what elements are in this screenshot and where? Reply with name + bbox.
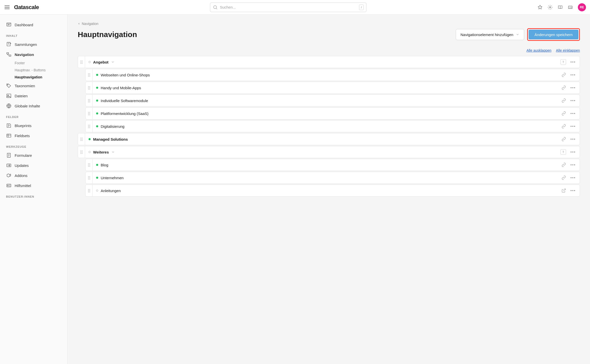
tree-row[interactable]: Unternehmen (85, 172, 580, 184)
pin-icon[interactable] (538, 5, 543, 10)
drag-handle[interactable] (86, 82, 93, 94)
tree-row[interactable]: Digitalisierung (85, 120, 580, 132)
link-icon[interactable] (561, 85, 566, 90)
row-body: Webseiten und Online-Shops (93, 69, 561, 81)
row-body: Digitalisierung (93, 120, 561, 132)
row-actions (561, 159, 580, 171)
sidebar-section-felder: FELDER (0, 111, 67, 120)
page-header: Hauptnavigation Navigationselement hinzu… (78, 28, 580, 41)
svg-point-11 (8, 95, 9, 96)
more-menu-button[interactable] (570, 150, 576, 154)
sidebar-item-hilfsmittel[interactable]: Hilfsmittel (0, 180, 67, 191)
collapse-all-link[interactable]: Alle einklappen (556, 48, 580, 52)
more-menu-button[interactable] (570, 99, 576, 102)
collections-icon (6, 42, 12, 47)
link-icon[interactable] (561, 175, 566, 180)
more-menu-button[interactable] (570, 163, 576, 166)
text-type-icon[interactable]: T (560, 149, 566, 155)
sidebar-item-blueprints[interactable]: Blueprints (0, 120, 67, 131)
text-type-icon[interactable]: T (560, 59, 566, 65)
more-menu-button[interactable] (570, 176, 576, 179)
drag-handle[interactable] (86, 108, 93, 119)
search-box[interactable]: / (210, 3, 366, 12)
book-icon[interactable] (558, 5, 563, 10)
link-icon[interactable] (561, 124, 566, 129)
drag-handle[interactable] (86, 185, 93, 196)
link-icon[interactable] (561, 137, 566, 141)
link-icon[interactable] (561, 163, 566, 167)
sidebar-item-formulare[interactable]: Formulare (0, 150, 67, 160)
more-menu-button[interactable] (570, 86, 576, 89)
sidebar-section-werkzeuge: WERKZEUGE (0, 141, 67, 150)
breadcrumb-label: Navigation (82, 22, 98, 26)
logo: Datascale (14, 4, 39, 11)
blueprints-icon (6, 123, 12, 128)
add-element-dropdown[interactable]: Navigationselement hinzufügen (456, 29, 524, 40)
more-menu-button[interactable] (570, 189, 576, 192)
sidebar-item-updates[interactable]: Updates (0, 160, 67, 170)
sidebar-item-dateien[interactable]: Dateien (0, 91, 67, 101)
gear-icon[interactable] (548, 5, 553, 10)
tree-row[interactable]: Blog (85, 159, 580, 171)
tree-row[interactable]: Individuelle Softwaremodule (85, 95, 580, 107)
more-menu-button[interactable] (570, 112, 576, 115)
status-dot (96, 74, 98, 76)
link-icon[interactable] (561, 73, 566, 77)
sidebar-item-addons[interactable]: Addons (0, 170, 67, 180)
row-actions (561, 95, 580, 106)
tree-row[interactable]: WeiteresT (78, 146, 580, 158)
header-icons: .COM RE (538, 3, 586, 11)
sidebar-item-navigation[interactable]: Navigation (0, 49, 67, 59)
link-icon[interactable] (561, 98, 566, 103)
tree-row[interactable]: AngebotT (78, 56, 580, 68)
status-dot (89, 138, 91, 140)
tree-row[interactable]: Plattformentwicklung (SaaS) (85, 107, 580, 119)
drag-handle[interactable] (86, 120, 93, 132)
status-dot (96, 125, 98, 127)
sidebar-item-taxonomien[interactable]: Taxonomien (0, 81, 67, 91)
drag-handle[interactable] (86, 172, 93, 184)
sidebar-sub-hauptnav-buttons[interactable]: Hauptnav. - Buttons (0, 67, 67, 74)
sidebar-item-dashboard[interactable]: Dashboard (0, 20, 67, 30)
link-icon[interactable] (561, 111, 566, 116)
avatar[interactable]: RE (578, 3, 586, 11)
row-body: Managed Solutions (85, 133, 561, 145)
row-title: Unternehmen (101, 176, 124, 180)
svg-line-1 (216, 8, 217, 9)
svg-point-17 (8, 185, 9, 186)
sidebar-sub-hauptnavigation[interactable]: Hauptnavigation (0, 74, 67, 81)
more-menu-button[interactable] (570, 73, 576, 76)
row-title: Weiteres (93, 150, 109, 154)
row-body: Handy und Mobile-Apps (93, 82, 561, 94)
drag-handle[interactable] (78, 146, 85, 158)
more-menu-button[interactable] (570, 60, 576, 64)
sidebar: Dashboard INHALT Sammlungen Navigation F… (0, 15, 68, 364)
tree-row[interactable]: Handy und Mobile-Apps (85, 82, 580, 94)
more-menu-button[interactable] (570, 138, 576, 141)
tree-row[interactable]: Anleitungen (85, 185, 580, 197)
breadcrumb[interactable]: Navigation (78, 22, 98, 26)
more-menu-button[interactable] (570, 125, 576, 128)
drag-handle[interactable] (86, 69, 93, 81)
sidebar-item-sammlungen[interactable]: Sammlungen (0, 39, 67, 49)
expand-links: Alle ausklappen Alle einklappen (78, 48, 580, 52)
drag-handle[interactable] (78, 56, 85, 68)
menu-toggle-button[interactable] (4, 4, 10, 10)
sidebar-item-globale[interactable]: Globale Inhalte (0, 101, 67, 111)
expand-all-link[interactable]: Alle ausklappen (526, 48, 551, 52)
drag-handle[interactable] (86, 95, 93, 106)
tree-row[interactable]: Managed Solutions (78, 133, 580, 145)
domain-icon[interactable]: .COM (568, 5, 573, 10)
svg-rect-13 (7, 134, 11, 137)
external-link-icon[interactable] (561, 188, 566, 193)
drag-handle[interactable] (78, 133, 85, 145)
row-body: Anleitungen (93, 185, 561, 196)
status-dot (96, 190, 98, 192)
search-input[interactable] (220, 5, 357, 9)
drag-handle[interactable] (86, 159, 93, 171)
sidebar-sub-footer[interactable]: Footer (0, 59, 67, 67)
save-button[interactable]: Änderungen speichern (529, 30, 578, 39)
sidebar-item-fieldsets[interactable]: Fieldsets (0, 131, 67, 141)
status-dot (89, 151, 91, 153)
tree-row[interactable]: Webseiten und Online-Shops (85, 69, 580, 81)
